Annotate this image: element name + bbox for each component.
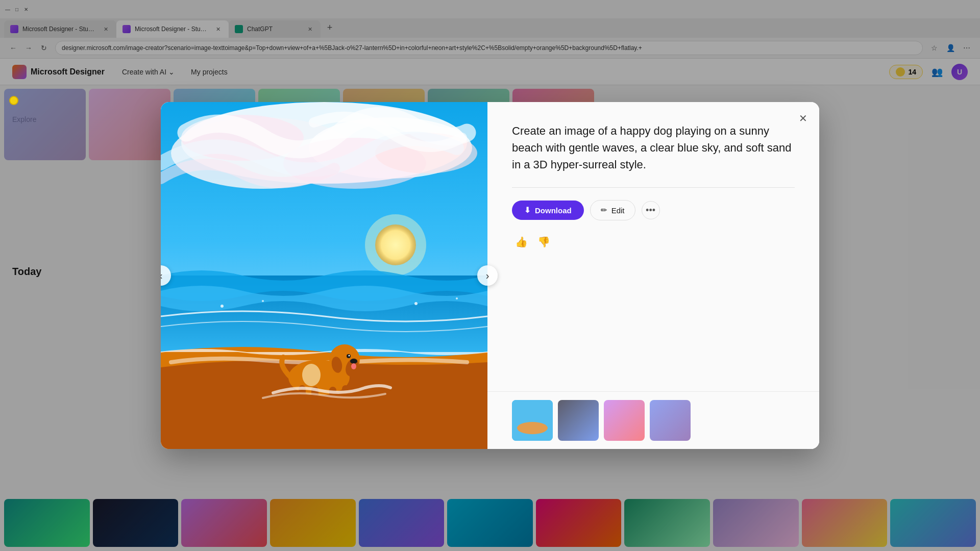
edit-icon: ✏ [601,206,607,215]
thumbs-up-icon: 👍 [515,236,528,248]
modal-close-button[interactable]: ✕ [795,110,811,127]
edit-button[interactable]: ✏ Edit [590,200,635,220]
prompt-text: Create an image of a happy dog playing o… [512,122,795,188]
download-label: Download [535,206,572,215]
thumbs-down-icon: 👎 [537,236,550,248]
thumb-purple-1[interactable] [604,400,645,441]
arrow-right-icon: › [486,270,489,282]
svg-point-22 [302,364,321,386]
svg-rect-20 [329,387,336,401]
modal-thumbnail-strip [487,391,819,449]
like-button[interactable]: 👍 [512,233,530,251]
modal-info-section: Create an image of a happy dog playing o… [487,102,819,449]
next-image-arrow[interactable]: › [477,265,498,286]
svg-point-24 [262,300,264,302]
close-icon: ✕ [799,112,807,124]
svg-point-28 [517,422,548,434]
svg-point-26 [456,297,458,299]
download-button[interactable]: ⬇ Download [512,201,584,220]
thumb-beach-1[interactable] [512,400,553,441]
thumb-indigo-1[interactable] [650,400,691,441]
svg-point-2 [375,224,416,265]
modal-image-section: ‹ › [161,102,487,449]
cursor-indicator [9,96,18,105]
svg-point-25 [414,302,418,305]
arrow-left-icon: ‹ [161,270,162,282]
feedback-buttons: 👍 👎 [512,233,795,251]
svg-point-16 [349,355,350,357]
svg-rect-27 [512,400,553,441]
image-modal: ✕ [161,102,819,449]
more-icon: ••• [646,205,655,216]
download-icon: ⬇ [524,206,531,215]
svg-point-23 [220,305,224,308]
dislike-button[interactable]: 👎 [534,233,553,251]
thumb-dark-1[interactable] [558,400,599,441]
svg-point-17 [351,363,356,369]
action-buttons: ⬇ Download ✏ Edit ••• [512,200,795,220]
edit-label: Edit [611,206,625,215]
more-options-button[interactable]: ••• [642,201,660,219]
main-image [161,102,487,449]
modal-overlay[interactable]: ✕ [0,0,980,551]
svg-point-14 [350,359,357,364]
